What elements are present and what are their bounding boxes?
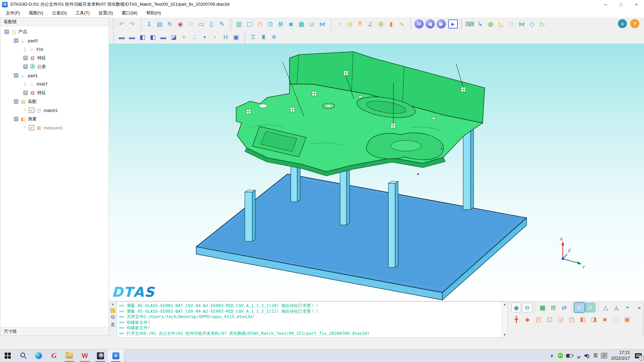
frame-view-button[interactable]: ▢ (244, 19, 255, 29)
h-datum-button[interactable]: H (220, 32, 231, 42)
bench-table-3-button[interactable]: ▬ (158, 32, 168, 42)
undo-button[interactable]: ↶ (116, 19, 127, 29)
preview-zoom-button[interactable]: ◉ (511, 303, 521, 312)
animation-panel-button[interactable]: ▶ (448, 19, 458, 28)
ime-mode[interactable]: 拼 (600, 349, 608, 362)
menu-file[interactable]: 文件(F) (1, 9, 24, 17)
swap-views-button[interactable]: ⇄ (559, 303, 569, 312)
dome-target-button[interactable]: ◓ (622, 303, 632, 312)
view-window-2-button[interactable]: ◧ (148, 32, 158, 42)
tree-expander-icon[interactable]: + (23, 64, 28, 69)
view-front-button[interactable]: ◧ (578, 314, 588, 324)
menu-tools[interactable]: 工具(T) (71, 9, 94, 17)
explorer-app[interactable] (62, 349, 77, 362)
grid-solid-button[interactable]: ▦ (537, 303, 547, 312)
corner-probe-button[interactable]: ↳ (475, 19, 485, 29)
wps-app[interactable]: W (77, 349, 93, 362)
mirror-view-button[interactable]: ⋈ (317, 19, 327, 29)
question-help-button[interactable]: ? (630, 19, 639, 28)
message-log-panel[interactable]: >> 测量 05-GLASS-EE003-BAT_COV-04-WJ-EE003… (117, 301, 508, 338)
menu-help[interactable]: 帮助(H) (142, 9, 165, 17)
tree-item-tolerance[interactable]: + Ⓐ 公差 (0, 62, 109, 71)
menu-window[interactable]: 窗口(W) (117, 9, 142, 17)
angle-measure-button[interactable]: ∠ (365, 19, 376, 29)
tree-item-measure1[interactable]: └ ✓ ▦ measure1 (0, 123, 109, 132)
display-shaded-button[interactable]: ▣ (622, 314, 632, 324)
mirror-tool-button[interactable]: ⋈ (517, 19, 527, 29)
dial-gauge-button[interactable]: ◷ (344, 19, 355, 29)
lens-hide-button[interactable]: ⊖ (522, 303, 532, 312)
view-right-button[interactable]: ◳ (567, 314, 577, 324)
view-bottom-button[interactable]: ◱ (544, 314, 555, 324)
tree-checkbox[interactable]: ✓ (29, 108, 34, 113)
tray-expand-chevron[interactable]: ∧ (547, 349, 556, 362)
tree-item-fix[interactable]: ├ ⌂ FIX (0, 45, 109, 54)
slot-view-button[interactable]: ▥ (234, 19, 244, 29)
tree-expander-icon[interactable]: + (23, 90, 28, 95)
tree-expander-icon[interactable]: − (14, 73, 18, 78)
viewport-3d[interactable]: X Z Y DTAS (109, 44, 644, 301)
scroll-up-arrow[interactable]: ▲ (503, 302, 506, 307)
tree-expander-icon[interactable]: − (14, 117, 18, 121)
tree-expander-icon[interactable]: + (23, 56, 28, 60)
viewport-3d-scene[interactable]: X Z Y (109, 44, 644, 301)
tree-expander-icon[interactable]: − (4, 29, 9, 34)
hex-view-button[interactable]: ◇ (527, 19, 537, 29)
fixture-tool-1-button[interactable]: ♖ (248, 32, 258, 42)
tree-item-part1[interactable]: − ∟ part1 (0, 71, 109, 80)
fixture-tool-2-button[interactable]: ♜ (258, 32, 269, 42)
isometric-view-button[interactable]: ◆ (522, 314, 533, 324)
snowflake-pattern-button[interactable]: ❄ (269, 32, 279, 42)
redo-button[interactable]: ↷ (127, 19, 137, 29)
ruler-square-button[interactable]: ◺ (496, 19, 506, 29)
dtas-app[interactable]: ⊕ (108, 349, 123, 362)
ime-language[interactable]: 英 (591, 349, 600, 362)
reload-model-button[interactable]: ↻ (165, 19, 175, 29)
notification-center-button[interactable]: 1 (633, 349, 644, 362)
view-back-button[interactable]: ◨ (589, 314, 599, 324)
cross-view-button[interactable]: ⊠ (275, 19, 286, 29)
geometry-shapes-button[interactable]: △ (600, 303, 610, 312)
maximize-button[interactable]: □ (613, 0, 629, 9)
close-button[interactable]: × (629, 0, 644, 9)
doc-copy2-button[interactable]: ▯ (206, 19, 217, 29)
report-single-button[interactable]: ◉ (175, 19, 185, 29)
probe-point-button[interactable]: • (200, 32, 210, 42)
table-view-button[interactable]: ⊓ (255, 19, 265, 29)
view-top-button[interactable]: ◰ (533, 314, 544, 324)
dimension-chain-tab[interactable]: 尺寸链 (0, 327, 109, 336)
tolerance-blocks-button[interactable]: ⊞ (376, 19, 386, 29)
menu-view[interactable]: 视图(V) (24, 9, 48, 17)
solid-box-button[interactable]: ▣ (231, 32, 241, 42)
view-window-1-button[interactable]: ◧ (137, 32, 148, 42)
distribution-curve-button[interactable]: ∿ (396, 19, 407, 29)
taskbar-clock[interactable]: 17:21 2022/2/17 (608, 350, 633, 361)
menu-settings[interactable]: 设置(S) (94, 9, 117, 17)
doc-copy-button[interactable]: ▭ (196, 19, 206, 29)
more-tools-button[interactable]: » (636, 304, 643, 311)
report-book-button[interactable]: ▮ (386, 19, 396, 29)
doc-edit-button[interactable]: ✎ (217, 19, 227, 29)
green-stamp-button[interactable]: ◍ (485, 19, 496, 29)
tree-item-measure[interactable]: − ◧ 测量 (0, 115, 109, 123)
new-doc-button[interactable]: □ (506, 19, 517, 29)
gstar-app[interactable]: G (46, 349, 62, 362)
start-button[interactable] (0, 349, 15, 362)
tree-expander-icon[interactable]: − (14, 38, 18, 43)
face-cube-button[interactable]: ◪ (168, 32, 179, 42)
battery-tray-icon[interactable] (565, 349, 574, 362)
tree-item-part0[interactable]: − ∟ part0 (0, 36, 109, 45)
tree-item-part[interactable]: ├ ⌂ PART (0, 80, 109, 88)
view-left-button[interactable]: ◲ (555, 314, 566, 324)
location-pin-button[interactable]: ♀ (179, 32, 189, 42)
edge-app[interactable] (31, 349, 46, 362)
tree-expander-icon[interactable]: − (14, 99, 18, 104)
report-multi-button[interactable]: ∷ (185, 19, 196, 29)
float-arrows-button[interactable]: ⇈ (355, 19, 365, 29)
tree-item-features1[interactable]: + ⊟ 特征 (0, 88, 109, 97)
wechat-tray-icon[interactable] (556, 349, 565, 362)
tree-item-assembly[interactable]: − ▤ 装配 (0, 97, 109, 106)
import-model-button[interactable]: ↧ (144, 19, 154, 29)
pan-view-button[interactable]: ╋ (511, 314, 522, 324)
minimize-button[interactable]: ─ (598, 0, 613, 9)
